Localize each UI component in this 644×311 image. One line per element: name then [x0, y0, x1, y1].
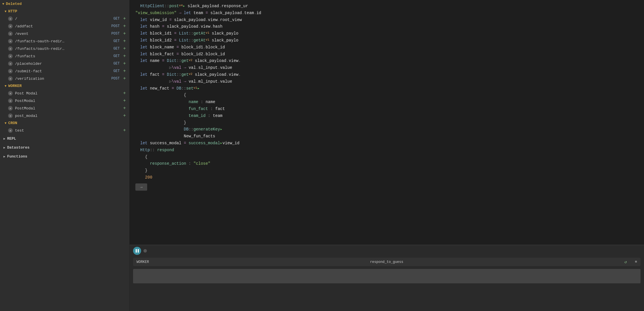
bottom-panel: WORKER respond_to_guess ↺ ≡ [130, 245, 644, 311]
delete-icon[interactable]: ✕ [8, 31, 13, 36]
route-item[interactable]: ✕ /addfact POST + [0, 22, 129, 30]
add-worker-btn[interactable]: + [122, 113, 127, 118]
delete-icon[interactable]: ✕ [8, 128, 13, 133]
worker-item[interactable]: ✕ post_modal + [0, 112, 129, 120]
delete-icon[interactable]: ✕ [8, 98, 13, 103]
code-line: let block_fact = block_id2.block_id [135, 51, 638, 58]
datastores-triangle: ▶ [3, 146, 5, 149]
add-route-btn[interactable]: + [122, 39, 127, 44]
code-line: "view_submission" → let team = slack_pay… [135, 10, 638, 17]
route-item[interactable]: ✕ /submit-fact GET + [0, 67, 129, 75]
route-item[interactable]: ✕ /funfacts/oauth-redir… GET + [0, 45, 129, 52]
repl-label: REPL [7, 136, 16, 141]
worker-item[interactable]: ✕ Post Modal + [0, 90, 129, 97]
pause-button[interactable] [133, 247, 141, 255]
code-area[interactable]: HttpClient::postv4▸ slack_payload.respon… [130, 0, 644, 245]
worker-triangle: ▼ [5, 84, 7, 88]
cron-items-list: ✕ test + [0, 127, 129, 134]
route-path: /submit-fact [15, 69, 113, 73]
add-cron-btn[interactable]: + [122, 128, 127, 133]
add-worker-btn[interactable]: + [122, 106, 127, 111]
delete-icon[interactable]: ✕ [8, 91, 13, 96]
code-line: response_action : "close" [135, 160, 638, 167]
menu-icon[interactable]: ≡ [635, 260, 637, 264]
add-worker-btn[interactable]: + [122, 91, 127, 96]
worker-items-list: ✕ Post Modal + ✕ PostModal + ✕ PostModal… [0, 90, 129, 120]
route-item[interactable]: ✕ /placeholder GET + [0, 60, 129, 67]
refresh-icon[interactable]: ↺ [624, 259, 627, 264]
code-line: let block_id1 = List::getAtv1 slack_payl… [135, 30, 638, 37]
code-line: let hash = slack_payload.view.hash [135, 23, 638, 30]
add-route-btn[interactable]: + [122, 16, 127, 21]
worker-item[interactable]: ✕ PostModal + [0, 97, 129, 105]
route-item[interactable]: ✕ /verification POST + [0, 75, 129, 82]
worker-name: Post Modal [15, 91, 122, 96]
deleted-label: Deleted [6, 2, 22, 6]
code-line: let fact = Dict::getv2 slack_payload.vie… [135, 71, 638, 78]
delete-icon[interactable]: ✕ [8, 54, 13, 58]
code-line: let success_modal = success_modal▸view_i… [135, 140, 638, 147]
delete-icon[interactable]: ✕ [8, 39, 13, 43]
repl-nav-item[interactable]: ▶ REPL [0, 134, 129, 143]
http-label: HTTP [8, 9, 17, 14]
bottom-toolbar [130, 245, 644, 257]
route-method: POST [111, 24, 120, 28]
cron-triangle: ▼ [5, 122, 7, 125]
route-path: /funfacts-oauth-redir… [15, 39, 113, 43]
add-route-btn[interactable]: + [122, 61, 127, 66]
delete-icon[interactable]: ✕ [8, 113, 13, 118]
worker-function-name: respond_to_guess [155, 260, 619, 264]
delete-icon[interactable]: ✕ [8, 46, 13, 51]
route-path: / [15, 17, 113, 21]
functions-label: Functions [7, 154, 27, 159]
route-item[interactable]: ✕ /funfacts GET + [0, 52, 129, 60]
worker-info-bar: WORKER respond_to_guess ↺ ≡ [133, 258, 641, 266]
delete-icon[interactable]: ✕ [8, 106, 13, 111]
code-line: Http:: respond [135, 147, 638, 154]
add-route-btn[interactable]: + [122, 69, 127, 74]
worker-section-header[interactable]: ▼ WORKER [0, 82, 129, 90]
route-method: POST [111, 77, 120, 81]
worker-name: post_modal [15, 114, 122, 118]
route-method: GET [113, 54, 120, 58]
deleted-section-header[interactable]: ▼ Deleted [0, 0, 129, 8]
datastores-nav-item[interactable]: ▶ Datastores [0, 143, 129, 152]
delete-icon[interactable]: ✕ [8, 76, 13, 81]
route-item[interactable]: ✕ /event POST + [0, 30, 129, 37]
code-line: let block_id2 = List::getAtv1 slack_payl… [135, 37, 638, 44]
functions-nav-item[interactable]: ▶ Functions [0, 152, 129, 161]
worker-item[interactable]: ✕ PostModal + [0, 105, 129, 112]
status-dot [143, 249, 147, 253]
cron-section-header[interactable]: ▼ CRON [0, 120, 129, 127]
route-path: /funfacts [15, 54, 113, 58]
code-line: let block_name = block_id1.block_id [135, 44, 638, 51]
route-path: /addfact [15, 24, 111, 29]
delete-icon[interactable]: ✕ [8, 16, 13, 21]
add-route-btn[interactable]: + [122, 31, 127, 36]
worker-label: WORKER [8, 84, 22, 88]
delete-icon[interactable]: ✕ [8, 24, 13, 29]
arrow-button[interactable]: → [135, 183, 147, 191]
route-method: GET [113, 69, 120, 73]
code-line: New_fun_facts [135, 133, 638, 140]
route-item[interactable]: ✕ / GET + [0, 15, 129, 22]
route-method: GET [113, 39, 120, 43]
add-route-btn[interactable]: + [122, 76, 127, 81]
code-line: 200 [135, 174, 638, 181]
cron-item[interactable]: ✕ test + [0, 127, 129, 134]
http-section-header[interactable]: ▼ HTTP [0, 8, 129, 15]
route-item[interactable]: ✕ /funfacts-oauth-redir… GET + [0, 37, 129, 45]
code-line: { [135, 154, 638, 161]
http-routes-list: ✕ / GET + ✕ /addfact POST + ✕ /event POS… [0, 15, 129, 82]
route-path: /funfacts/oauth-redir… [15, 47, 113, 51]
worker-name: PostModal [15, 99, 122, 103]
deleted-triangle: ▼ [2, 2, 4, 6]
add-worker-btn[interactable]: + [122, 98, 127, 103]
add-route-btn[interactable]: + [122, 54, 127, 59]
http-triangle: ▼ [5, 10, 7, 13]
worker-type-label: WORKER [137, 260, 149, 264]
add-route-btn[interactable]: + [122, 46, 127, 51]
add-route-btn[interactable]: + [122, 24, 127, 29]
delete-icon[interactable]: ✕ [8, 69, 13, 73]
delete-icon[interactable]: ✕ [8, 61, 13, 66]
